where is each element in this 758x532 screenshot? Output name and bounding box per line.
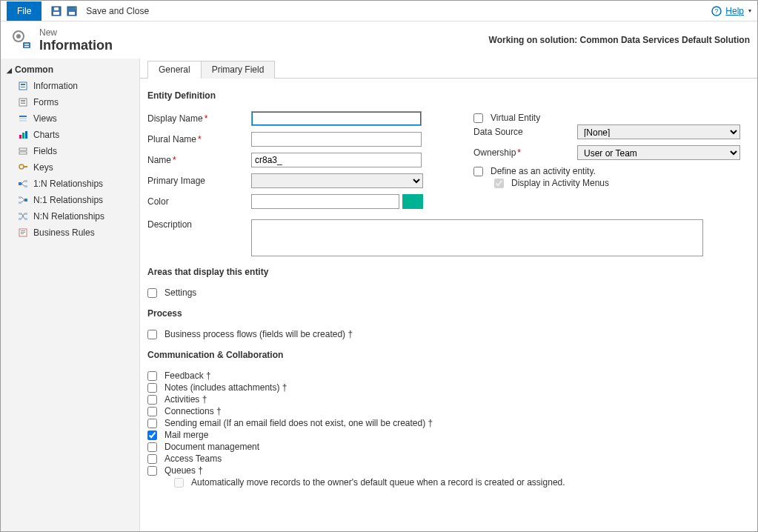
mail-merge-checkbox[interactable] (147, 430, 157, 440)
form-scroll-area[interactable]: Entity Definition Display Name* Plural N… (140, 79, 757, 531)
sidebar-item-keys[interactable]: Keys (1, 159, 139, 176)
svg-text:?: ? (715, 7, 719, 15)
business-rules-icon (17, 227, 29, 239)
views-icon (17, 113, 29, 124)
svg-rect-40 (19, 218, 21, 220)
help-link[interactable]: Help (725, 6, 744, 16)
sidebar-item-label: N:1 Relationships (33, 195, 103, 205)
entity-icon (11, 29, 32, 52)
access-teams-label: Access Teams (164, 453, 222, 464)
auto-queue-label: Automatically move records to the owner'… (191, 477, 565, 488)
svg-rect-21 (19, 120, 27, 122)
sidebar-item-forms[interactable]: Forms (1, 94, 139, 110)
label-primary-image: Primary Image (147, 176, 251, 186)
sidebar-item-n1[interactable]: N:1 Relationships (1, 192, 139, 208)
sidebar-item-label: Charts (33, 130, 59, 140)
bp-flows-label: Business process flows (fields will be c… (164, 329, 353, 339)
define-activity-checkbox[interactable] (473, 167, 483, 176)
save-icon[interactable] (50, 5, 62, 17)
svg-rect-39 (19, 213, 21, 215)
sidebar-item-fields[interactable]: Fields (1, 143, 139, 159)
color-swatch[interactable] (402, 194, 423, 209)
activities-checkbox[interactable] (147, 395, 157, 405)
charts-icon (17, 129, 29, 141)
svg-rect-24 (25, 131, 27, 139)
svg-rect-46 (21, 230, 25, 231)
svg-rect-28 (23, 166, 27, 167)
notes-checkbox[interactable] (147, 383, 157, 393)
label-virtual-entity: Virtual Entity (491, 113, 540, 123)
label-plural-name: Plural Name* (147, 134, 251, 144)
doc-mgmt-checkbox[interactable] (147, 442, 157, 452)
name-input[interactable] (251, 153, 422, 167)
svg-rect-19 (19, 116, 27, 117)
svg-rect-11 (24, 46, 29, 47)
svg-rect-18 (21, 103, 25, 104)
help-icon[interactable]: ? (711, 5, 722, 17)
save-close-icon[interactable] (67, 5, 79, 17)
svg-rect-42 (24, 218, 27, 220)
display-activity-menus-checkbox (494, 179, 504, 188)
connections-checkbox[interactable] (147, 407, 157, 416)
svg-rect-47 (21, 232, 25, 233)
svg-rect-14 (21, 87, 25, 87)
help-text: elp (732, 6, 744, 16)
queues-checkbox[interactable] (147, 466, 157, 476)
virtual-entity-checkbox[interactable] (473, 113, 483, 123)
sidebar-item-views[interactable]: Views (1, 110, 139, 127)
primary-image-select[interactable] (251, 173, 423, 188)
notes-label: Notes (includes attachments) † (164, 382, 287, 393)
sidebar-item-charts[interactable]: Charts (1, 127, 139, 143)
file-menu[interactable]: File (7, 1, 41, 21)
header-title: Information (39, 38, 113, 53)
sidebar-item-nn[interactable]: N:N Relationships (1, 208, 139, 225)
svg-rect-48 (21, 233, 24, 234)
svg-line-38 (21, 200, 24, 202)
sidebar-item-label: 1:N Relationships (33, 179, 103, 189)
sidebar-item-label: Information (33, 81, 78, 91)
svg-point-8 (16, 34, 21, 39)
sidebar-group-common[interactable]: Common (1, 61, 139, 78)
sidebar-item-label: Fields (33, 146, 57, 156)
activities-label: Activities † (164, 394, 207, 405)
svg-line-32 (21, 181, 24, 184)
svg-rect-13 (21, 84, 25, 85)
plural-name-input[interactable] (251, 132, 422, 147)
send-email-checkbox[interactable] (147, 419, 157, 428)
svg-rect-31 (24, 185, 27, 187)
sidebar-item-business-rules[interactable]: Business Rules (1, 225, 139, 241)
label-define-activity: Define as an activity entity. (491, 166, 596, 176)
sidebar-item-label: Business Rules (33, 227, 95, 238)
tab-primary-field[interactable]: Primary Field (201, 61, 276, 79)
help-dropdown-caret[interactable]: ▾ (748, 7, 751, 14)
svg-rect-34 (24, 199, 27, 202)
data-source-select[interactable]: [None] (577, 124, 740, 139)
ownership-select[interactable]: User or Team (577, 145, 740, 160)
svg-rect-17 (21, 102, 25, 102)
label-display-name: Display Name* (147, 113, 251, 124)
sidebar-item-1n[interactable]: 1:N Relationships (1, 176, 139, 192)
label-display-activity-menus: Display in Activity Menus (511, 178, 609, 188)
tab-general[interactable]: General (147, 61, 202, 79)
save-close-label[interactable]: Save and Close (86, 6, 149, 16)
access-teams-checkbox[interactable] (147, 454, 157, 464)
display-name-input[interactable] (251, 111, 422, 126)
sidebar-item-information[interactable]: Information (1, 78, 139, 94)
svg-rect-1 (53, 12, 59, 15)
doc-mgmt-label: Document management (164, 442, 259, 452)
svg-rect-9 (23, 42, 30, 48)
feedback-label: Feedback † (164, 370, 211, 381)
section-cc: Communication & Collaboration (147, 350, 742, 360)
keys-icon (17, 162, 29, 173)
svg-line-37 (21, 197, 24, 200)
bp-flows-checkbox[interactable] (147, 330, 157, 339)
area-settings-checkbox[interactable] (147, 288, 157, 298)
feedback-checkbox[interactable] (147, 371, 157, 381)
color-input[interactable] (251, 194, 399, 209)
svg-rect-35 (19, 196, 21, 199)
svg-rect-2 (54, 7, 59, 10)
section-entity-definition: Entity Definition (147, 90, 742, 101)
svg-rect-26 (19, 152, 27, 154)
sidebar-item-label: N:N Relationships (33, 211, 104, 222)
description-textarea[interactable] (251, 219, 703, 256)
